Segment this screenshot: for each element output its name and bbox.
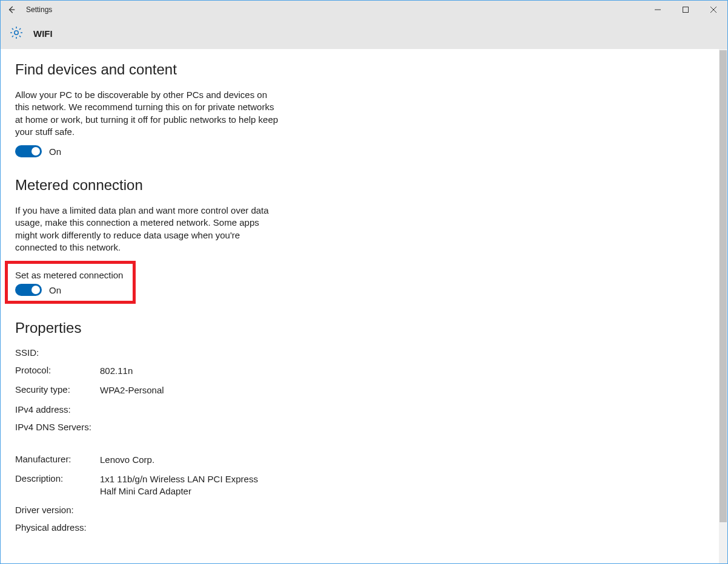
page-title: WIFI bbox=[33, 28, 53, 39]
prop-label: IPv4 DNS Servers: bbox=[15, 422, 100, 432]
back-button[interactable] bbox=[1, 1, 22, 19]
prop-label: SSID: bbox=[15, 347, 100, 358]
metered-sublabel: Set as metered connection bbox=[15, 270, 125, 280]
prop-row: Driver version: bbox=[15, 505, 704, 515]
find-toggle[interactable] bbox=[15, 145, 42, 157]
svg-point-1 bbox=[15, 30, 18, 34]
prop-label: Manufacturer: bbox=[15, 454, 100, 464]
prop-row: IPv4 address: bbox=[15, 404, 704, 415]
prop-row: Security type: WPA2-Personal bbox=[15, 384, 704, 396]
prop-gap bbox=[15, 439, 704, 454]
prop-value: WPA2-Personal bbox=[100, 384, 164, 396]
content-area: Find devices and content Allow your PC t… bbox=[1, 49, 727, 563]
back-arrow-icon bbox=[7, 5, 16, 14]
metered-description: If you have a limited data plan and want… bbox=[15, 205, 282, 254]
close-button[interactable] bbox=[700, 1, 727, 19]
settings-window: Settings WIFI Find devices and content A… bbox=[0, 0, 728, 564]
prop-row: SSID: bbox=[15, 347, 704, 358]
find-toggle-row: On bbox=[15, 145, 704, 157]
scrollbar-thumb[interactable] bbox=[720, 50, 727, 522]
prop-row: Physical address: bbox=[15, 522, 704, 533]
gear-icon bbox=[9, 25, 24, 42]
maximize-button[interactable] bbox=[672, 1, 700, 19]
metered-heading: Metered connection bbox=[15, 177, 704, 194]
svg-rect-0 bbox=[683, 7, 689, 13]
prop-row: Description: 1x1 11b/g/n Wireless LAN PC… bbox=[15, 473, 704, 498]
properties-heading: Properties bbox=[15, 320, 704, 336]
prop-label: Protocol: bbox=[15, 365, 100, 375]
titlebar: Settings bbox=[1, 1, 727, 19]
prop-row: Protocol: 802.11n bbox=[15, 365, 704, 377]
minimize-icon bbox=[655, 7, 661, 13]
window-title: Settings bbox=[26, 5, 52, 14]
prop-value: 802.11n bbox=[100, 365, 133, 377]
prop-value: Lenovo Corp. bbox=[100, 454, 154, 466]
prop-row: IPv4 DNS Servers: bbox=[15, 422, 704, 432]
find-heading: Find devices and content bbox=[15, 61, 704, 78]
prop-value: 1x1 11b/g/n Wireless LAN PCI Express Hal… bbox=[100, 473, 276, 498]
prop-label: Security type: bbox=[15, 384, 100, 395]
metered-highlight: Set as metered connection On bbox=[5, 261, 136, 304]
prop-label: IPv4 address: bbox=[15, 404, 100, 415]
content-scroll[interactable]: Find devices and content Allow your PC t… bbox=[1, 49, 719, 563]
maximize-icon bbox=[683, 7, 689, 13]
page-header: WIFI bbox=[1, 19, 727, 49]
prop-label: Driver version: bbox=[15, 505, 100, 515]
properties-list: SSID: Protocol: 802.11n Security type: W… bbox=[15, 347, 704, 533]
close-icon bbox=[710, 7, 716, 13]
find-description: Allow your PC to be discoverable by othe… bbox=[15, 89, 282, 138]
minimize-button[interactable] bbox=[644, 1, 672, 19]
metered-toggle[interactable] bbox=[15, 284, 42, 296]
metered-toggle-label: On bbox=[49, 285, 61, 295]
prop-row: Manufacturer: Lenovo Corp. bbox=[15, 454, 704, 466]
window-controls bbox=[644, 1, 727, 19]
find-toggle-label: On bbox=[49, 146, 61, 157]
scrollbar[interactable] bbox=[719, 49, 727, 563]
prop-label: Description: bbox=[15, 473, 100, 484]
metered-toggle-row: On bbox=[15, 284, 125, 296]
prop-label: Physical address: bbox=[15, 522, 100, 533]
